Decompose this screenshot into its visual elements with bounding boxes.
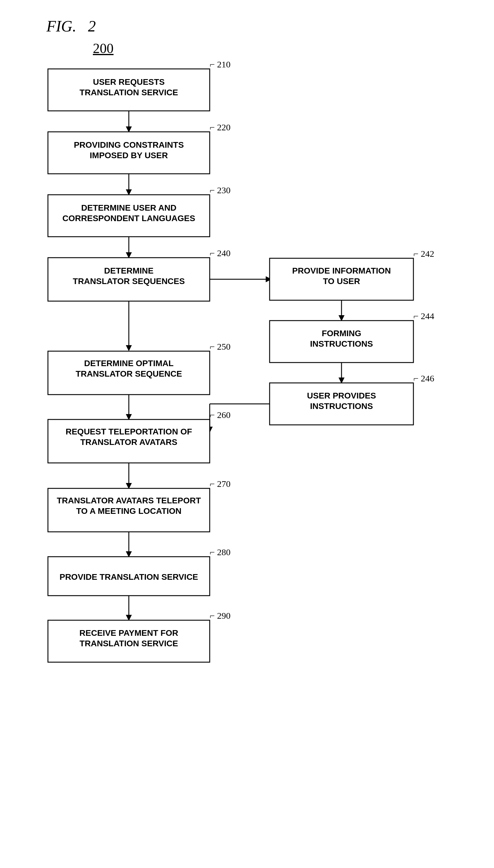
arrow-240-250-head <box>126 345 132 351</box>
box-270-text-l1: TRANSLATOR AVATARS TELEPORT <box>57 496 201 505</box>
box-290-text-l2: TRANSLATION SERVICE <box>80 639 178 648</box>
box-290-text-l1: RECEIVE PAYMENT FOR <box>79 628 178 638</box>
box-240-text-l2: TRANSLATOR SEQUENCES <box>73 277 185 286</box>
ref-246: ⌐ 246 <box>413 373 434 383</box>
box-240-text-l1: DETERMINE <box>104 266 154 275</box>
ref-244: ⌐ 244 <box>413 311 434 321</box>
ref-270: ⌐ 270 <box>210 479 230 489</box>
box-250-text-l1: DETERMINE OPTIMAL <box>84 359 174 368</box>
box-260-text-l1: REQUEST TELEPORTATION OF <box>65 427 192 436</box>
box-230-text-l2: CORRESPONDENT LANGUAGES <box>62 214 195 223</box>
page-container: FIG. 2 200 USER REQUESTS TRANSLATION SER… <box>0 0 494 868</box>
ref-250: ⌐ 250 <box>210 342 230 352</box>
box-220-text-l2: IMPOSED BY USER <box>90 151 168 160</box>
box-260-text-l2: TRANSLATOR AVATARS <box>80 437 177 447</box>
ref-220: ⌐ 220 <box>210 122 230 132</box>
ref-260: ⌐ 260 <box>210 410 230 420</box>
box-244-text-l2: INSTRUCTIONS <box>310 339 373 348</box>
box-250-text-l2: TRANSLATOR SEQUENCE <box>76 369 182 378</box>
box-230-text-l1: DETERMINE USER AND <box>81 203 176 212</box>
box-210-text-l2: TRANSLATION SERVICE <box>80 88 178 97</box>
ref-240: ⌐ 240 <box>210 248 230 258</box>
box-270-text-l2: TO A MEETING LOCATION <box>76 506 182 516</box>
ref-280: ⌐ 280 <box>210 547 230 557</box>
box-242-text-l2: TO USER <box>323 277 360 286</box>
ref-242: ⌐ 242 <box>413 249 434 259</box>
box-242-text-l1: PROVIDE INFORMATION <box>292 266 391 275</box>
box-244-text-l1: FORMING <box>322 329 361 338</box>
ref-290: ⌐ 290 <box>210 611 230 621</box>
ref-230: ⌐ 230 <box>210 185 230 195</box>
flowchart-svg: USER REQUESTS TRANSLATION SERVICE ⌐ 210 … <box>0 0 494 868</box>
ref-210: ⌐ 210 <box>210 59 230 69</box>
box-246-text-l2: INSTRUCTIONS <box>310 401 373 411</box>
box-246-text-l1: USER PROVIDES <box>307 391 376 400</box>
box-220-text-l1: PROVIDING CONSTRAINTS <box>74 140 184 150</box>
box-210-text-l1: USER REQUESTS <box>93 77 165 87</box>
box-280-text: PROVIDE TRANSLATION SERVICE <box>60 572 198 582</box>
